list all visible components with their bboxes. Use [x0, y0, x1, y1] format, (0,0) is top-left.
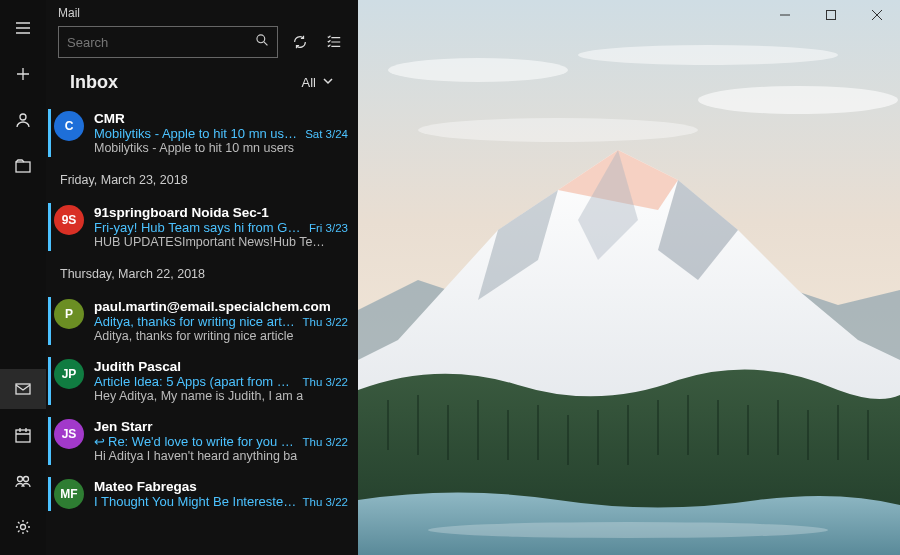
message-body: Jen Starr↩Re: We'd love to write for you… — [94, 419, 348, 463]
search-box[interactable] — [58, 26, 278, 58]
reply-icon: ↩ — [94, 434, 105, 449]
message-preview: Mobilytiks - Apple to hit 10 mn users — [94, 141, 348, 155]
message-preview: HUB UPDATESImportant News!Hub Te… — [94, 235, 348, 249]
new-mail-button[interactable] — [0, 54, 46, 94]
message-item[interactable]: JSJen Starr↩Re: We'd love to write for y… — [46, 411, 358, 471]
folders-button[interactable] — [0, 146, 46, 186]
message-body: Judith PascalArticle Idea: 5 Apps (apart… — [94, 359, 348, 403]
date-separator: Thursday, March 22, 2018 — [46, 257, 358, 291]
message-date: Thu 3/22 — [303, 316, 348, 328]
accounts-button[interactable] — [0, 100, 46, 140]
message-item[interactable]: CCMRMobilytiks - Apple to hit 10 mn user… — [46, 103, 358, 163]
filter-dropdown[interactable]: All — [302, 75, 334, 90]
svg-point-12 — [698, 86, 898, 114]
avatar: P — [54, 299, 84, 329]
svg-point-6 — [24, 477, 29, 482]
avatar: JS — [54, 419, 84, 449]
svg-point-7 — [21, 525, 26, 530]
sync-button[interactable] — [288, 30, 312, 54]
message-body: CMRMobilytiks - Apple to hit 10 mn users… — [94, 111, 348, 155]
message-sender: Judith Pascal — [94, 359, 181, 374]
message-item[interactable]: MFMateo FabregasI Thought You Might Be I… — [46, 471, 358, 517]
settings-button[interactable] — [0, 507, 46, 547]
svg-point-10 — [388, 58, 568, 82]
message-date: Thu 3/22 — [303, 376, 348, 388]
search-input[interactable] — [67, 35, 255, 50]
message-body: Mateo FabregasI Thought You Might Be Int… — [94, 479, 348, 509]
message-item[interactable]: JPJudith PascalArticle Idea: 5 Apps (apa… — [46, 351, 358, 411]
message-body: paul.martin@email.specialchem.comAditya,… — [94, 299, 348, 343]
message-subject: Aditya, thanks for writing nice article — [94, 314, 297, 329]
message-subject: Fri-yay! Hub Team says hi from Goa! — [94, 220, 303, 235]
message-subject: Article Idea: 5 Apps (apart from Link — [94, 374, 297, 389]
search-icon — [255, 33, 269, 51]
svg-point-8 — [257, 35, 265, 43]
message-subject: Mobilytiks - Apple to hit 10 mn users — [94, 126, 299, 141]
filter-label: All — [302, 75, 316, 90]
minimize-button[interactable] — [762, 0, 808, 30]
svg-point-1 — [20, 114, 26, 120]
message-body: 91springboard Noida Sec-1Fri-yay! Hub Te… — [94, 205, 348, 249]
svg-point-14 — [428, 522, 828, 538]
mail-nav-button[interactable] — [0, 369, 46, 409]
message-sender: Jen Starr — [94, 419, 153, 434]
folder-name: Inbox — [70, 72, 118, 93]
avatar: MF — [54, 479, 84, 509]
message-subject: I Thought You Might Be Interested In — [94, 494, 297, 509]
close-button[interactable] — [854, 0, 900, 30]
message-date: Fri 3/23 — [309, 222, 348, 234]
svg-rect-3 — [16, 384, 30, 394]
message-preview: Aditya, thanks for writing nice article — [94, 329, 348, 343]
message-subject: ↩Re: We'd love to write for you (3) — [94, 434, 297, 449]
date-separator: Friday, March 23, 2018 — [46, 163, 358, 197]
calendar-nav-button[interactable] — [0, 415, 46, 455]
svg-point-5 — [18, 477, 23, 482]
message-list-pane: Mail Inbox All — [46, 0, 358, 555]
chevron-down-icon — [322, 75, 334, 90]
avatar: JP — [54, 359, 84, 389]
app-title: Mail — [58, 6, 346, 26]
avatar: 9S — [54, 205, 84, 235]
svg-rect-0 — [827, 11, 836, 20]
nav-rail — [0, 0, 46, 555]
selection-mode-button[interactable] — [322, 30, 346, 54]
message-sender: Mateo Fabregas — [94, 479, 197, 494]
message-sender: 91springboard Noida Sec-1 — [94, 205, 269, 220]
message-date: Sat 3/24 — [305, 128, 348, 140]
message-date: Thu 3/22 — [303, 496, 348, 508]
window-controls — [760, 0, 900, 30]
message-item[interactable]: Ppaul.martin@email.specialchem.comAditya… — [46, 291, 358, 351]
message-sender: CMR — [94, 111, 125, 126]
message-item[interactable]: 9S91springboard Noida Sec-1Fri-yay! Hub … — [46, 197, 358, 257]
hamburger-menu-button[interactable] — [0, 8, 46, 48]
message-date: Thu 3/22 — [303, 436, 348, 448]
message-preview: Hey Aditya, My name is Judith, I am a — [94, 389, 348, 403]
message-list[interactable]: CCMRMobilytiks - Apple to hit 10 mn user… — [46, 103, 358, 555]
svg-point-13 — [418, 118, 698, 142]
avatar: C — [54, 111, 84, 141]
svg-rect-4 — [16, 430, 30, 442]
maximize-button[interactable] — [808, 0, 854, 30]
svg-rect-2 — [16, 162, 30, 172]
message-preview: Hi Aditya I haven't heard anything ba — [94, 449, 348, 463]
svg-point-11 — [578, 45, 838, 65]
people-nav-button[interactable] — [0, 461, 46, 501]
reading-pane — [358, 0, 900, 555]
message-sender: paul.martin@email.specialchem.com — [94, 299, 331, 314]
